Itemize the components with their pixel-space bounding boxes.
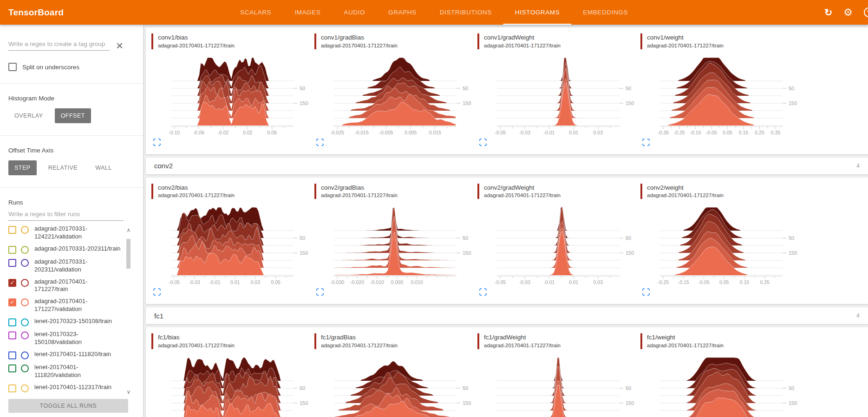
settings-gear-icon[interactable]: ⚙ <box>843 7 853 18</box>
run-radio[interactable] <box>21 226 29 234</box>
split-underscores-checkbox[interactable] <box>8 63 17 71</box>
run-row[interactable]: lenet-20170323-150108/validation <box>8 331 121 346</box>
run-checkbox[interactable] <box>8 246 16 254</box>
run-radio[interactable] <box>21 331 29 339</box>
chart-title-col: fc1/weightadagrad-20170401-171227/train <box>647 333 724 349</box>
expand-icon[interactable] <box>153 288 161 296</box>
svg-text:0.02: 0.02 <box>243 130 253 135</box>
chart-color-bar <box>314 33 316 49</box>
expand-icon[interactable] <box>642 288 650 296</box>
run-row[interactable]: lenet-20170401-112317/train <box>8 384 121 392</box>
chevron-down-icon[interactable]: ∨ <box>125 389 132 395</box>
run-row[interactable]: adagrad-20170331-202311/train <box>8 245 121 254</box>
svg-text:0.005: 0.005 <box>405 130 417 135</box>
chart-title: conv1/weight <box>647 33 724 42</box>
chart-color-bar <box>477 33 479 49</box>
run-radio[interactable] <box>21 384 29 392</box>
run-label: lenet-20170401-111820/validation <box>34 364 121 379</box>
run-radio[interactable] <box>21 364 29 372</box>
run-checkbox[interactable]: ✓ <box>8 298 16 306</box>
svg-text:-0.03: -0.03 <box>519 279 530 285</box>
run-radio[interactable] <box>21 279 29 287</box>
run-checkbox[interactable] <box>8 259 16 267</box>
svg-text:0.000: 0.000 <box>391 279 403 285</box>
svg-text:0.05: 0.05 <box>271 279 281 285</box>
expand-icon[interactable] <box>642 139 650 146</box>
expand-icon[interactable] <box>153 139 161 146</box>
group-header-conv2[interactable]: conv24 <box>146 158 868 174</box>
expand-icon[interactable] <box>316 288 324 296</box>
tab-scalars[interactable]: SCALARS <box>228 0 283 25</box>
tab-images[interactable]: IMAGES <box>283 0 332 25</box>
svg-text:-0.01: -0.01 <box>544 130 555 135</box>
run-checkbox[interactable] <box>8 331 16 339</box>
tag-group-regex-input[interactable] <box>8 39 110 51</box>
run-label: adagrad-20170331-124221/validation <box>34 225 121 241</box>
refresh-icon[interactable]: ↻ <box>824 7 833 17</box>
svg-text:50: 50 <box>463 235 468 241</box>
group-header-fc1[interactable]: fc14 <box>146 307 868 324</box>
histogram-ridgeline-plot: 50150-0.05-0.03-0.010.010.03 <box>484 56 637 136</box>
runs-list: ∧ ∨ adagrad-20170331-124221/validationad… <box>8 225 135 392</box>
option-overlay[interactable]: OVERLAY <box>8 108 49 123</box>
svg-text:0.05: 0.05 <box>719 279 729 285</box>
chart-title-block: fc1/gradBiasadagrad-20170401-171227/trai… <box>314 333 477 349</box>
option-offset[interactable]: OFFSET <box>55 108 91 123</box>
option-wall[interactable]: WALL <box>89 160 118 175</box>
chart-title: conv2/gradBias <box>321 184 398 192</box>
chart-run-name: adagrad-20170401-171227/train <box>647 192 724 199</box>
run-row[interactable]: lenet-20170401-111820/validation <box>8 364 121 379</box>
option-relative[interactable]: RELATIVE <box>42 160 84 175</box>
chart-color-bar <box>640 33 642 49</box>
run-checkbox[interactable] <box>8 384 16 392</box>
run-row[interactable]: lenet-20170323-150108/train <box>8 318 121 326</box>
scrollbar-thumb[interactable] <box>126 239 131 269</box>
expand-icon[interactable] <box>316 139 324 146</box>
chart-group-fc1: fc1/biasadagrad-20170401-171227/train501… <box>146 327 868 417</box>
run-checkbox[interactable]: ✓ <box>8 279 16 287</box>
tab-histograms[interactable]: HISTOGRAMS <box>503 0 572 25</box>
run-checkbox[interactable] <box>8 318 16 326</box>
run-row[interactable]: ✓adagrad-20170401-171227/train <box>8 278 121 294</box>
run-radio[interactable] <box>21 351 29 359</box>
run-checkbox[interactable] <box>8 226 16 234</box>
expand-icon[interactable] <box>479 139 487 146</box>
svg-text:0.01: 0.01 <box>569 130 579 135</box>
chart-title-block: fc1/weightadagrad-20170401-171227/train <box>640 333 803 349</box>
run-radio[interactable] <box>21 246 29 254</box>
svg-text:50: 50 <box>463 385 468 391</box>
svg-text:0.03: 0.03 <box>251 279 261 285</box>
run-row[interactable]: adagrad-20170331-124221/validation <box>8 225 121 241</box>
chart-title: fc1/bias <box>158 333 235 342</box>
tab-embeddings[interactable]: EMBEDDINGS <box>571 0 640 25</box>
option-step[interactable]: STEP <box>8 160 37 175</box>
chart-color-bar <box>477 184 479 199</box>
tab-distributions[interactable]: DISTRIBUTIONS <box>428 0 503 25</box>
svg-text:-0.020: -0.020 <box>350 279 364 285</box>
expand-icon[interactable] <box>479 288 487 296</box>
tab-graphs[interactable]: GRAPHS <box>377 0 428 25</box>
help-icon[interactable]: ? <box>864 7 868 17</box>
run-row[interactable]: ✓adagrad-20170401-171227/validation <box>8 298 121 313</box>
chevron-up-icon[interactable]: ∧ <box>125 227 132 233</box>
histogram-ridgeline-plot: 50150 <box>158 356 311 417</box>
run-checkbox[interactable] <box>8 364 16 372</box>
svg-text:0.03: 0.03 <box>594 130 603 135</box>
run-radio[interactable] <box>21 318 29 326</box>
svg-text:0.35: 0.35 <box>771 130 781 135</box>
chart-title-col: conv1/weightadagrad-20170401-171227/trai… <box>647 33 724 49</box>
run-radio[interactable] <box>21 298 29 306</box>
run-row[interactable]: lenet-20170401-111820/train <box>8 351 121 359</box>
run-checkbox[interactable] <box>8 351 16 359</box>
chart-run-name: adagrad-20170401-171227/train <box>647 342 724 349</box>
run-radio[interactable] <box>21 259 29 267</box>
run-row[interactable]: adagrad-20170331-202311/validation <box>8 258 121 274</box>
svg-text:-0.030: -0.030 <box>330 279 344 285</box>
tab-audio[interactable]: AUDIO <box>332 0 377 25</box>
toggle-all-runs-button[interactable]: TOGGLE ALL RUNS <box>8 399 128 413</box>
close-icon[interactable]: × <box>116 40 123 51</box>
runs-regex-input[interactable] <box>8 209 124 221</box>
histogram-ridgeline-plot: 50150 <box>484 356 637 417</box>
svg-text:0.15: 0.15 <box>739 130 749 135</box>
app-title: TensorBoard <box>8 7 64 18</box>
